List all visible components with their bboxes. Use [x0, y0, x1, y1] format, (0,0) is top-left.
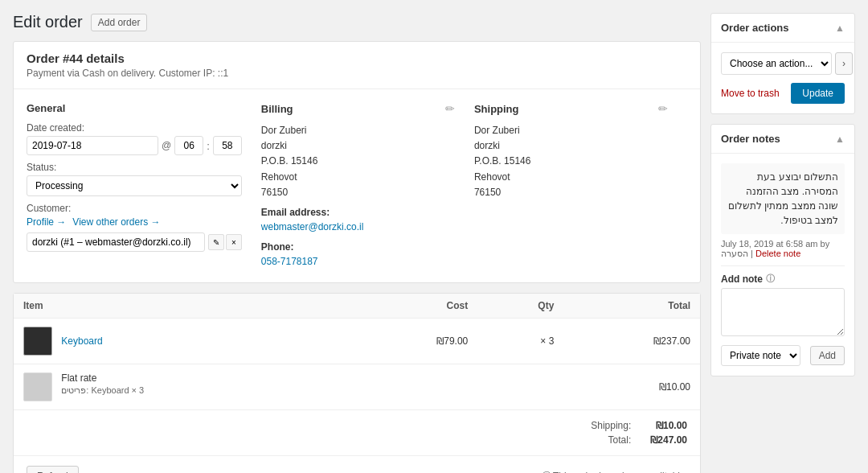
- shipping-total-label: Shipping:: [591, 420, 631, 431]
- date-created-label: Date created:: [27, 122, 242, 134]
- billing-phone[interactable]: 058-7178187: [261, 256, 318, 267]
- item-note-flatrate: פריטים: Keyboard × 3: [61, 385, 144, 396]
- not-editable-note: ⓘ This order is no longer editable.: [540, 470, 687, 473]
- refund-button[interactable]: Refund: [27, 466, 79, 473]
- note-text: התשלום יבוצע בעת המסירה. מצב ההזמנה שונה…: [721, 163, 845, 234]
- profile-links: Profile → View other orders →: [27, 216, 242, 228]
- order-actions-panel: Order actions ▲ Choose an action... › Mo…: [710, 13, 855, 114]
- order-notes-collapse-icon[interactable]: ▲: [835, 134, 845, 145]
- order-panel: Order #44 details Payment via Cash on de…: [13, 41, 701, 283]
- order-subtitle: Payment via Cash on delivery. Customer I…: [27, 68, 687, 79]
- action-go-button[interactable]: ›: [835, 52, 853, 75]
- order-panel-header: Order #44 details Payment via Cash on de…: [14, 42, 700, 89]
- billing-title: Billing: [261, 103, 293, 115]
- order-total-label: Total:: [591, 434, 631, 446]
- customer-edit-btn[interactable]: ✎: [208, 234, 224, 250]
- customer-label: Customer:: [27, 203, 242, 214]
- shipping-company: dorzki: [474, 138, 668, 154]
- page-title: Edit order: [13, 13, 83, 31]
- item-cost-flatrate: [354, 364, 477, 410]
- customer-input[interactable]: [27, 232, 205, 252]
- order-actions-title: Order actions: [721, 22, 789, 34]
- action-select[interactable]: Choose an action...: [721, 52, 832, 75]
- customer-remove-btn[interactable]: ×: [226, 234, 242, 250]
- order-actions-collapse-icon[interactable]: ▲: [835, 23, 845, 34]
- date-input[interactable]: [27, 136, 158, 155]
- items-panel: Item Cost Qty Total Keyboard: [13, 293, 701, 473]
- items-table: Item Cost Qty Total Keyboard: [14, 294, 700, 410]
- shipping-col: Shipping ✏ Dor Zuberi dorzki P.O.B. 1514…: [474, 102, 687, 269]
- order-actions-header: Order actions ▲: [711, 14, 854, 43]
- billing-company: dorzki: [261, 138, 455, 154]
- order-actions-body: Choose an action... › Move to trash Upda…: [711, 43, 854, 113]
- item-qty-keyboard: × 3: [477, 319, 563, 364]
- billing-postcode: 76150: [261, 185, 455, 200]
- general-col-header: General: [27, 102, 242, 114]
- item-cost-keyboard: ₪79.00: [354, 319, 477, 364]
- shipping-edit-icon[interactable]: ✏: [658, 102, 668, 115]
- move-to-trash-link[interactable]: Move to trash: [721, 88, 780, 99]
- table-row: Flat rate פריטים: Keyboard × 3 ₪10.00: [14, 364, 700, 410]
- order-notes-panel: Order notes ▲ התשלום יבוצע בעת המסירה. מ…: [710, 124, 855, 376]
- minute-input[interactable]: [213, 136, 242, 155]
- add-note-label: Add note ⓘ: [721, 273, 845, 285]
- billing-col-header: Billing ✏: [261, 102, 455, 115]
- order-notes-body: התשלום יבוצע בעת המסירה. מצב ההזמנה שונה…: [711, 154, 854, 376]
- add-order-button[interactable]: Add order: [91, 14, 148, 31]
- order-notes-title: Order notes: [721, 133, 780, 145]
- other-orders-link[interactable]: View other orders →: [72, 216, 160, 228]
- shipping-total-value: ₪10.00: [650, 420, 687, 431]
- billing-city: Rehovot: [261, 170, 455, 185]
- update-button[interactable]: Update: [791, 83, 845, 104]
- note-type-select[interactable]: Private note: [721, 345, 800, 366]
- add-note-info-icon: ⓘ: [766, 273, 775, 285]
- status-select[interactable]: Processing: [27, 175, 242, 196]
- shipping-title: Shipping: [474, 103, 519, 115]
- col-cost: Cost: [354, 294, 477, 319]
- item-total-keyboard: ₪237.00: [563, 319, 700, 364]
- shipping-info: Dor Zuberi dorzki P.O.B. 15146 Rehovot 7…: [474, 123, 668, 200]
- refund-row: Refund ⓘ This order is no longer editabl…: [14, 455, 700, 473]
- note-date: July 18, 2019 at 6:58 am: [721, 239, 817, 249]
- profile-link[interactable]: Profile →: [27, 216, 66, 228]
- action-select-row: Choose an action... ›: [721, 52, 845, 75]
- customer-icons: ✎ ×: [208, 234, 242, 250]
- order-total-value: ₪247.00: [650, 434, 687, 446]
- totals-grid: Shipping: ₪10.00 Total: ₪247.00: [14, 410, 700, 455]
- at-symbol: @: [162, 140, 171, 151]
- col-qty: Qty: [477, 294, 563, 319]
- shipping-col-header: Shipping ✏: [474, 102, 668, 115]
- status-label: Status:: [27, 162, 242, 173]
- shipping-name: Dor Zuberi: [474, 123, 668, 138]
- order-notes-header: Order notes ▲: [711, 125, 854, 154]
- order-meta-row: General Date created: @ : Status: Proces…: [14, 89, 700, 282]
- customer-row: ✎ ×: [27, 232, 242, 252]
- col-total: Total: [563, 294, 700, 319]
- table-row: Keyboard ₪79.00 × 3 ₪237.00: [14, 319, 700, 364]
- shipping-address1: P.O.B. 15146: [474, 154, 668, 169]
- note-textarea[interactable]: [721, 288, 845, 336]
- billing-address1: P.O.B. 15146: [261, 154, 455, 169]
- item-cell-flatrate: Flat rate פריטים: Keyboard × 3: [14, 364, 354, 410]
- phone-label: Phone:: [261, 241, 455, 253]
- item-cell-keyboard: Keyboard: [14, 319, 354, 364]
- billing-email[interactable]: webmaster@dorzki.co.il: [261, 221, 364, 232]
- items-section: Item Cost Qty Total Keyboard: [14, 294, 700, 473]
- hour-input[interactable]: [174, 136, 203, 155]
- col-item: Item: [14, 294, 354, 319]
- note-divider: [721, 265, 845, 266]
- date-time-row: @ :: [27, 136, 242, 155]
- billing-col: Billing ✏ Dor Zuberi dorzki P.O.B. 15146…: [261, 102, 474, 269]
- add-note-button[interactable]: Add: [810, 346, 845, 365]
- shipping-postcode: 76150: [474, 185, 668, 200]
- delete-note-link[interactable]: Delete note: [755, 249, 800, 258]
- order-title: Order #44 details: [27, 51, 687, 65]
- general-title: General: [27, 102, 65, 114]
- billing-edit-icon[interactable]: ✏: [445, 102, 455, 115]
- item-name-keyboard[interactable]: Keyboard: [61, 335, 102, 347]
- billing-name: Dor Zuberi: [261, 123, 455, 138]
- email-label: Email address:: [261, 207, 455, 218]
- sidebar: Order actions ▲ Choose an action... › Mo…: [710, 13, 855, 473]
- item-name-flatrate: Flat rate: [61, 372, 96, 384]
- billing-info: Dor Zuberi dorzki P.O.B. 15146 Rehovot 7…: [261, 123, 455, 269]
